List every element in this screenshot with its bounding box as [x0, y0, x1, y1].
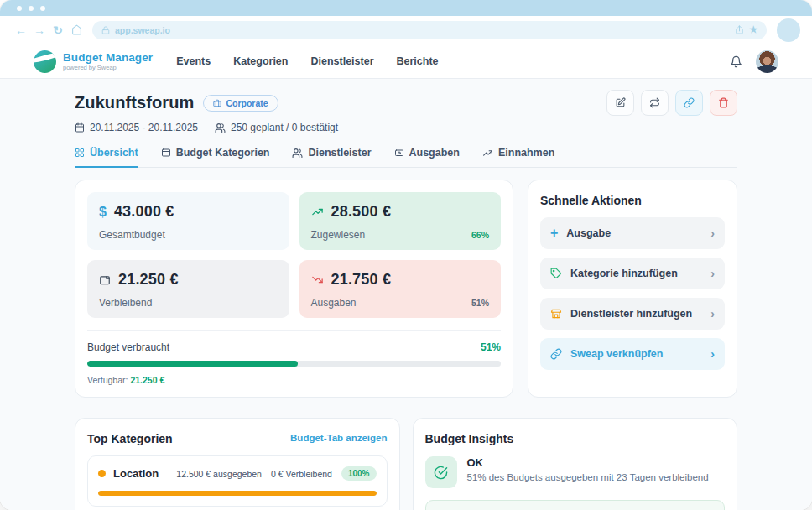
divider	[87, 330, 501, 331]
nav-item-events[interactable]: Events	[176, 55, 211, 67]
stat-verbleibend: 21.250 € Verbleibend	[87, 260, 289, 318]
edit-button[interactable]	[606, 90, 634, 116]
budget-insights-card: Budget Insights OK 51% des Budgets ausge…	[413, 418, 738, 510]
trending-up-icon	[311, 206, 324, 218]
user-avatar[interactable]	[756, 50, 778, 73]
nav-item-berichte[interactable]: Berichte	[397, 55, 439, 67]
browser-titlebar	[0, 0, 812, 16]
action-link-sweap[interactable]: Sweap verknüpfen ›	[540, 338, 725, 370]
window-control-dot[interactable]	[29, 6, 34, 11]
category-spent: 12.500 € ausgegeben	[176, 469, 262, 479]
stat-ausgaben: 21.750 € Ausgaben 51%	[299, 260, 502, 318]
briefcase-icon	[213, 99, 221, 107]
progress-label: Budget verbraucht	[87, 341, 169, 353]
app-title: Budget Manager	[63, 51, 153, 65]
browser-window: ← → ↻ app.sweap.io ★ Budget Manager powe…	[0, 0, 812, 510]
nav-item-kategorien[interactable]: Kategorien	[233, 55, 288, 67]
window-control-dot[interactable]	[40, 6, 45, 11]
tab-dienstleister[interactable]: Dienstleister	[292, 147, 371, 168]
quick-actions-card: Schnelle Aktionen + Ausgabe › Kategorie …	[528, 180, 737, 398]
chevron-right-icon: ›	[710, 268, 715, 279]
available-value: 21.250 €	[130, 375, 164, 385]
tab-einnahmen[interactable]: Einnahmen	[482, 147, 554, 168]
url-bar[interactable]: app.sweap.io ★	[92, 21, 767, 39]
banknote-icon	[394, 148, 404, 158]
grid-icon	[75, 148, 85, 158]
link-icon	[550, 348, 562, 360]
budget-insights-title: Budget Insights	[425, 432, 726, 445]
notifications-bell-icon[interactable]	[730, 55, 742, 68]
nav-item-dienstleister[interactable]: Dienstleister	[310, 55, 373, 67]
home-icon[interactable]	[67, 24, 86, 35]
trending-up-icon	[482, 148, 493, 159]
main-content: $ 43.000 € Gesamtbudget	[0, 168, 812, 510]
app-logo[interactable]: Budget Manager powered by Sweap	[34, 50, 153, 73]
available-label: Verfügbar:	[87, 375, 128, 385]
chevron-right-icon: ›	[710, 227, 715, 239]
action-add-expense[interactable]: + Ausgabe ›	[540, 217, 725, 249]
lock-icon	[102, 26, 110, 34]
top-categories-card: Top Kategorien Budget-Tab anzeigen Locat…	[75, 418, 400, 510]
stat-gesamtbudget: $ 43.000 € Gesamtbudget	[87, 192, 289, 250]
event-attendees: 250 geplant / 0 bestätigt	[215, 122, 338, 133]
tab-bar: Übersicht Budget Kategorien Dienstleiste…	[75, 147, 737, 168]
users-icon	[292, 148, 303, 159]
tag-icon	[550, 268, 562, 279]
tab-uebersicht[interactable]: Übersicht	[75, 147, 138, 168]
panel-icon	[161, 148, 171, 158]
reload-icon[interactable]: ↻	[49, 24, 67, 36]
trending-down-icon	[311, 273, 324, 286]
event-dates-text: 20.11.2025 - 20.11.2025	[90, 122, 198, 133]
category-name: Location	[113, 467, 159, 480]
stat-label: Zugewiesen	[311, 229, 366, 241]
budget-overview-card: $ 43.000 € Gesamtbudget	[75, 180, 513, 398]
window-control-dot[interactable]	[17, 6, 22, 11]
sync-button[interactable]	[641, 90, 669, 116]
budget-progress-bar	[87, 361, 501, 367]
wallet-icon	[99, 274, 111, 286]
share-icon[interactable]	[735, 25, 744, 34]
category-progress-fill	[98, 491, 377, 496]
quick-actions-title: Schnelle Aktionen	[540, 194, 725, 207]
category-row-location[interactable]: Location 12.500 € ausgegeben 0 € Verblei…	[87, 455, 388, 507]
calendar-icon	[75, 122, 85, 133]
page-header: Zukunftsforum Corporate	[0, 78, 812, 168]
insight-note: Budget ist im grünen Bereich	[425, 500, 726, 510]
tab-budget-kategorien[interactable]: Budget Kategorien	[161, 147, 270, 168]
stat-label: Verbleibend	[99, 297, 152, 309]
stat-value: 43.000 €	[114, 203, 174, 221]
delete-button[interactable]	[710, 90, 737, 116]
stat-percent: 51%	[471, 298, 489, 308]
insight-status: OK	[467, 456, 709, 469]
event-type-label: Corporate	[226, 98, 268, 108]
main-nav: Events Kategorien Dienstleister Berichte	[176, 55, 438, 67]
event-dates: 20.11.2025 - 20.11.2025	[75, 122, 198, 133]
back-icon[interactable]: ←	[12, 24, 30, 36]
url-text: app.sweap.io	[115, 25, 170, 35]
chevron-right-icon: ›	[710, 308, 715, 320]
forward-icon[interactable]: →	[30, 24, 49, 36]
category-color-dot	[98, 470, 106, 477]
bookmark-star-icon[interactable]: ★	[749, 24, 757, 35]
stat-value: 28.500 €	[331, 203, 392, 221]
action-add-category[interactable]: Kategorie hinzufügen ›	[540, 258, 725, 289]
stat-zugewiesen: 28.500 € Zugewiesen 66%	[299, 192, 502, 250]
browser-toolbar: ← → ↻ app.sweap.io ★	[0, 16, 812, 44]
top-categories-title: Top Kategorien	[87, 432, 173, 445]
link-button[interactable]	[675, 90, 703, 116]
show-budget-tab-link[interactable]: Budget-Tab anzeigen	[290, 433, 387, 443]
tab-ausgaben[interactable]: Ausgaben	[394, 147, 460, 168]
category-remaining: 0 € Verbleibend	[271, 469, 332, 479]
page-title: Zukunftsforum	[75, 93, 194, 112]
event-actions	[606, 90, 737, 116]
stat-percent: 66%	[471, 230, 489, 240]
sweap-logo-icon	[34, 50, 56, 73]
plus-icon: +	[550, 226, 558, 240]
budget-progress-fill	[87, 361, 298, 367]
event-attendees-text: 250 geplant / 0 bestätigt	[231, 122, 338, 133]
insight-description: 51% des Budgets ausgegeben mit 23 Tagen …	[467, 472, 709, 482]
stat-value: 21.750 €	[331, 271, 392, 289]
browser-profile-avatar[interactable]	[777, 18, 800, 42]
app-subtitle: powered by Sweap	[63, 65, 153, 71]
action-add-vendor[interactable]: Dienstleister hinzufügen ›	[540, 298, 725, 330]
